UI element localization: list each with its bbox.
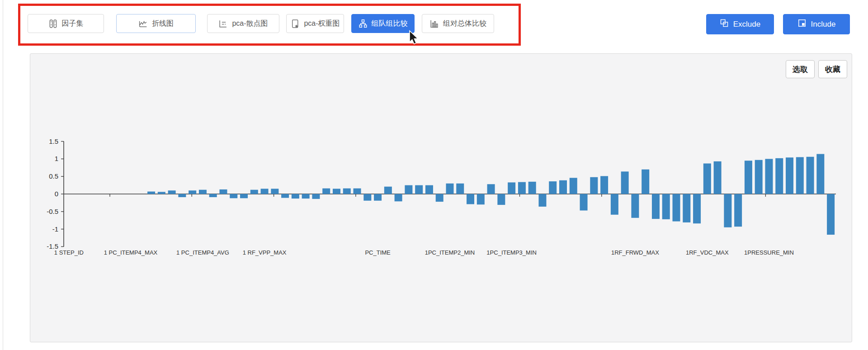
bar[interactable] (343, 189, 351, 194)
bar[interactable] (714, 161, 722, 194)
factor-set-button[interactable]: 因子集 (28, 14, 104, 33)
x-axis-tick-label: 1 PC_ITEMP4_MAX (104, 249, 158, 256)
exclude-button[interactable]: Exclude (706, 14, 774, 34)
bar[interactable] (240, 194, 248, 198)
group-vs-all-button-label: 组对总体比较 (443, 19, 486, 28)
bar[interactable] (580, 194, 588, 210)
bar[interactable] (786, 157, 793, 194)
bar[interactable] (312, 194, 320, 199)
bar[interactable] (147, 192, 155, 194)
bar[interactable] (765, 159, 773, 194)
bar[interactable] (611, 194, 618, 215)
bar[interactable] (827, 194, 835, 235)
bar[interactable] (600, 176, 608, 194)
bar[interactable] (518, 182, 526, 194)
bar[interactable] (745, 161, 752, 194)
bar[interactable] (178, 194, 186, 197)
y-axis-tick-label: -1 (52, 225, 58, 233)
bar[interactable] (477, 194, 485, 204)
bar[interactable] (796, 157, 804, 194)
bar[interactable] (590, 177, 598, 194)
x-axis-tick-label: 1PC_ITEMP3_MIN (486, 249, 537, 256)
bar[interactable] (621, 171, 629, 194)
bar[interactable] (230, 194, 237, 198)
bar[interactable] (209, 194, 217, 197)
bar[interactable] (281, 194, 289, 198)
bar[interactable] (384, 187, 392, 194)
bar[interactable] (497, 194, 505, 205)
bar[interactable] (816, 154, 824, 194)
bar[interactable] (271, 189, 278, 194)
bar[interactable] (693, 194, 701, 223)
weight-chart-icon (290, 19, 300, 28)
bar[interactable] (724, 194, 731, 227)
sidebar-edge-divider (3, 0, 3, 350)
app-root: { "toolbar": { "buttons": [ {"label": "因… (0, 0, 868, 350)
bar[interactable] (292, 194, 299, 199)
bar[interactable] (652, 194, 660, 219)
bar[interactable] (703, 163, 711, 194)
bar[interactable] (405, 185, 412, 194)
exclude-icon (720, 19, 729, 30)
pca-weight-button[interactable]: pca-权重图 (286, 14, 344, 33)
bar[interactable] (446, 184, 454, 194)
y-axis-tick-label: 0 (55, 190, 58, 198)
bar[interactable] (807, 157, 814, 194)
line-chart-button-label: 折线图 (152, 19, 174, 28)
bar[interactable] (508, 182, 515, 194)
bar[interactable] (683, 194, 690, 222)
x-axis-tick-label: 1 PC_ITEMP4_AVG (176, 249, 229, 256)
group-vs-group-button[interactable]: 组队组比较 (351, 14, 415, 33)
bar[interactable] (775, 158, 783, 194)
pca-scatter-button[interactable]: pca-散点图 (207, 14, 279, 33)
bar[interactable] (415, 185, 423, 194)
bar[interactable] (333, 189, 340, 194)
bar[interactable] (642, 170, 649, 194)
bar[interactable] (395, 194, 402, 201)
y-axis-tick-label: 1 (55, 155, 58, 162)
x-axis-tick-label: 1PC_ITEMP2_MIN (425, 249, 475, 256)
line-chart-button[interactable]: 折线图 (116, 14, 196, 33)
include-icon (797, 19, 807, 30)
bar[interactable] (261, 189, 269, 194)
bar[interactable] (250, 190, 258, 194)
bar[interactable] (219, 189, 227, 194)
bar[interactable] (168, 190, 176, 194)
select-button[interactable]: 选取 (786, 60, 815, 78)
bar[interactable] (673, 194, 680, 222)
bar[interactable] (436, 194, 443, 202)
bar[interactable] (631, 194, 639, 218)
bar[interactable] (354, 189, 361, 194)
y-axis-tick-label: -0.5 (47, 208, 58, 215)
bar[interactable] (755, 160, 763, 194)
bar[interactable] (662, 194, 670, 219)
bar[interactable] (734, 194, 742, 227)
favorite-button-label: 收藏 (825, 64, 840, 75)
y-axis-tick-label: 1.5 (49, 137, 58, 145)
include-button[interactable]: Include (783, 14, 850, 34)
bar[interactable] (487, 184, 495, 194)
bar[interactable] (189, 190, 196, 194)
exclude-button-label: Exclude (733, 20, 760, 29)
bar[interactable] (322, 189, 330, 194)
bar[interactable] (302, 194, 310, 199)
bar[interactable] (549, 181, 557, 194)
bar[interactable] (158, 192, 165, 194)
bar[interactable] (538, 194, 546, 207)
bar[interactable] (467, 194, 474, 204)
bar[interactable] (559, 180, 567, 194)
line-chart-icon (138, 19, 148, 28)
bar[interactable] (528, 182, 536, 194)
group-vs-all-button[interactable]: 组对总体比较 (422, 14, 494, 33)
bar[interactable] (456, 184, 464, 194)
bar[interactable] (570, 178, 577, 194)
include-button-label: Include (811, 20, 836, 29)
bar[interactable] (425, 185, 433, 194)
x-axis-tick-label: 1 RF_VPP_MAX (243, 249, 287, 256)
favorite-button[interactable]: 收藏 (818, 60, 847, 78)
bar[interactable] (374, 194, 382, 201)
sitemap-icon (359, 19, 368, 28)
bar[interactable] (199, 190, 207, 194)
bar[interactable] (363, 194, 371, 201)
x-axis-tick-label: 1PRESSURE_MIN (744, 249, 794, 256)
